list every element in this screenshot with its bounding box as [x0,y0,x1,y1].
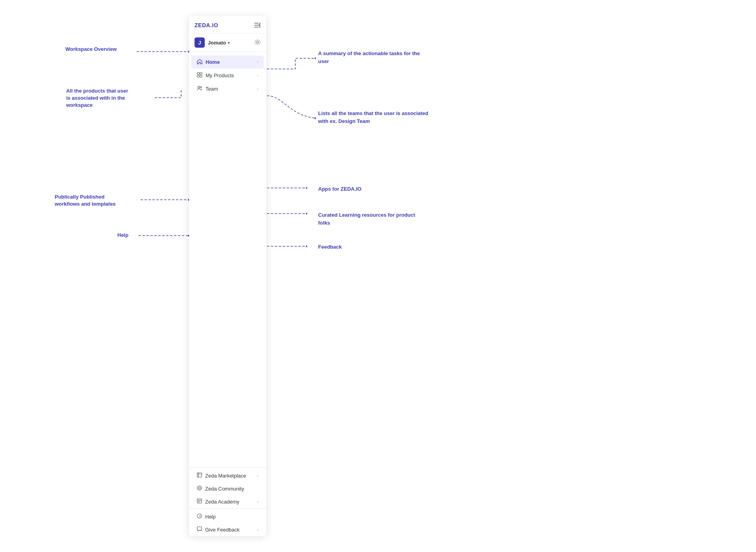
nav-item-team[interactable]: Team › [191,82,264,95]
help-label: Help [205,514,216,520]
svg-rect-17 [197,527,202,530]
academy-chevron: › [257,500,258,504]
svg-rect-8 [200,75,202,77]
products-chevron: › [257,73,258,78]
my-products-label: My Products [206,72,234,78]
marketplace-label: Zeda Marketplace [205,473,246,479]
svg-rect-5 [197,72,199,74]
home-chevron: › [257,60,258,64]
sidebar-panel: ZEDA.IO J Jomato ▾ [189,16,266,536]
svg-marker-29 [306,212,307,215]
team-label: Team [206,86,218,92]
svg-marker-25 [314,117,316,119]
feedback-icon [197,526,202,533]
workspace-left: J Jomato ▾ [195,37,230,48]
nav-section: Home › My Products › [189,52,266,99]
community-label: Zeda Community [205,486,244,492]
marketplace-icon [197,472,202,479]
annotation-apps-zeda: Apps for ZEDA.IO [318,185,361,193]
workspace-row[interactable]: J Jomato ▾ [189,33,266,52]
team-icon [197,85,202,92]
help-icon: ? [197,513,202,520]
sidebar-header: ZEDA.IO [189,16,266,33]
brand-name: ZEDA.IO [195,22,218,28]
workspace-avatar: J [195,37,205,48]
nav-item-home[interactable]: Home › [191,56,264,69]
bottom-divider-top [189,467,266,468]
feedback-chevron: › [257,528,258,532]
home-label: Home [206,59,220,65]
bottom-divider-mid [189,508,266,509]
annotation-curated-learning: Curated Learning resources for product f… [318,211,428,227]
svg-rect-3 [259,23,261,28]
nav-item-feedback[interactable]: Give Feedback › [191,523,264,536]
nav-item-marketplace[interactable]: Zeda Marketplace › [191,469,264,482]
svg-rect-7 [197,75,199,77]
community-icon [197,485,202,492]
settings-icon[interactable] [254,39,261,46]
marketplace-chevron: › [257,474,258,478]
svg-rect-1 [254,25,258,26]
workspace-name: Jomato ▾ [208,40,230,46]
svg-rect-0 [254,23,258,24]
annotation-lists-teams: Lists all the teams that the user is ass… [318,110,428,125]
svg-rect-2 [254,27,258,28]
collapse-icon[interactable] [254,23,261,28]
annotation-help: Help [117,232,128,239]
svg-marker-31 [306,245,307,247]
svg-text:?: ? [199,515,201,518]
svg-point-12 [197,486,202,490]
team-chevron: › [257,87,258,91]
svg-point-9 [198,86,200,88]
workspace-chevron: ▾ [228,41,230,45]
svg-point-4 [257,41,259,43]
nav-item-community[interactable]: Zeda Community [191,482,264,495]
bottom-section: Zeda Marketplace › Zeda Community [189,467,266,536]
academy-label: Zeda Academy [205,499,239,505]
nav-item-academy[interactable]: Zeda Academy › [191,495,264,508]
nav-item-my-products[interactable]: My Products › [191,69,264,82]
svg-rect-11 [197,473,202,477]
nav-item-help[interactable]: ? Help [191,510,264,523]
annotation-all-products: All the products that user is associated… [66,87,128,109]
svg-point-13 [198,487,200,489]
annotation-published-workflows: Publically Published workflows and templ… [55,193,116,208]
products-icon [197,72,202,79]
feedback-label: Give Feedback [205,527,239,533]
annotations-overlay [0,0,756,552]
annotation-summary-tasks: A summary of the actionable tasks for th… [318,50,428,65]
academy-icon [197,498,202,505]
svg-point-10 [200,86,202,88]
home-icon [197,59,202,65]
svg-rect-6 [200,72,202,74]
annotation-workspace-overview: Workspace Overview [65,46,117,53]
svg-marker-27 [306,187,307,189]
annotation-feedback: Feedback [318,243,342,251]
svg-marker-24 [314,57,316,59]
